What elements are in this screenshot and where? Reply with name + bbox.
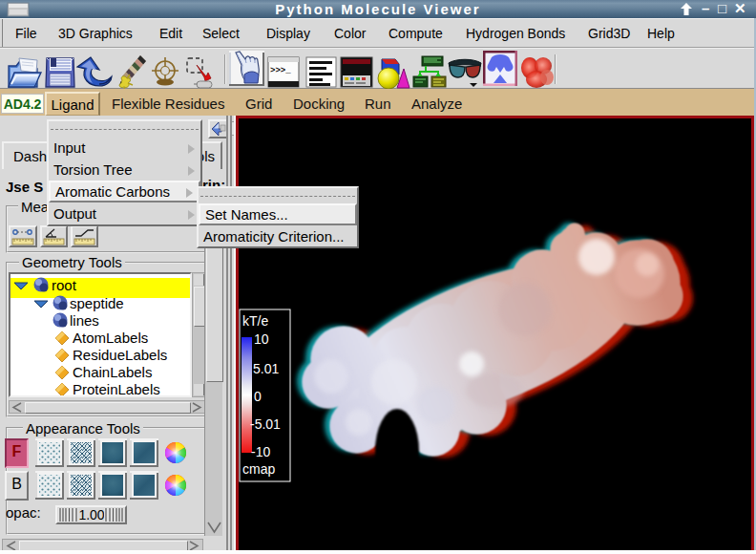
- svg-text:cmap: cmap: [242, 461, 275, 477]
- svg-text:-5.01: -5.01: [250, 416, 281, 432]
- svg-text:lines: lines: [70, 312, 99, 329]
- svg-text:>>>_: >>>_: [270, 66, 291, 75]
- svg-text:10: 10: [254, 331, 269, 347]
- svg-text:root: root: [52, 277, 77, 293]
- svg-text:ProteinLabels: ProteinLabels: [73, 381, 160, 395]
- svg-text:kT/e: kT/e: [242, 313, 268, 329]
- svg-text:ResidueLabels: ResidueLabels: [73, 347, 167, 363]
- svg-text:speptide: speptide: [70, 295, 124, 311]
- svg-text:0: 0: [254, 389, 262, 404]
- svg-text:ChainLabels: ChainLabels: [73, 364, 152, 380]
- svg-text:5.01: 5.01: [253, 361, 279, 376]
- svg-text:AtomLabels: AtomLabels: [73, 330, 148, 346]
- svg-text:-10: -10: [251, 444, 270, 459]
